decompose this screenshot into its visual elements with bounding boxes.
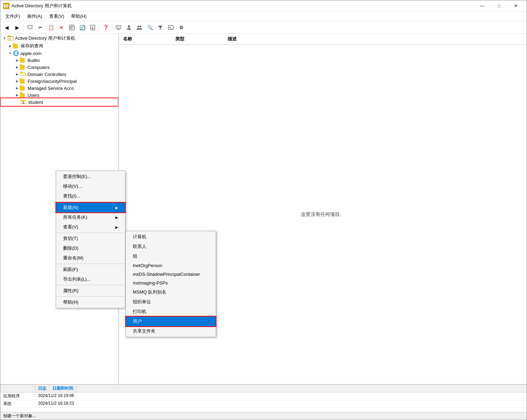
log-cell-1-type: 应用程序	[0, 392, 35, 400]
user-button[interactable]	[124, 23, 134, 32]
cut-button[interactable]: ✂	[36, 23, 45, 32]
sep-1	[56, 202, 125, 202]
ctx-delegate[interactable]: 委派控制(E)...	[56, 172, 125, 181]
tree-saved-queries[interactable]: ▶ 保存的查询	[0, 42, 118, 50]
ctx-help[interactable]: 帮助(H)	[56, 297, 125, 307]
svg-rect-23	[8, 36, 10, 37]
student-expander[interactable]	[15, 99, 21, 105]
ctx-all-tasks[interactable]: 所有任务(K) ▶	[56, 212, 125, 222]
submenu-user[interactable]: 用户	[126, 317, 216, 326]
log-row-1: 应用程序 2024/11/2 16:19:06	[0, 392, 527, 400]
dc-expander[interactable]: ▶	[14, 71, 20, 77]
users-expander[interactable]: ▶	[14, 92, 20, 98]
tree-root[interactable]: ▼ AD Active Directory 用户和计算机	[0, 34, 118, 42]
back-button[interactable]: ◀	[2, 23, 12, 32]
submenu-msds-shadow[interactable]: msDS-ShadowPrincipalContainer	[126, 270, 216, 279]
minimize-button[interactable]: —	[474, 0, 490, 11]
log-cell-2-dt: 2024/11/2 16:18:23	[35, 400, 77, 407]
properties-button[interactable]	[67, 23, 77, 32]
query-button[interactable]	[166, 23, 176, 32]
svg-point-20	[169, 27, 171, 28]
ctx-properties[interactable]: 属性(R)	[56, 286, 125, 296]
menu-view[interactable]: 查看(V)	[46, 12, 68, 21]
fsp-icon	[20, 78, 26, 84]
tree-users[interactable]: ▶ Users	[0, 92, 118, 99]
student-icon	[21, 99, 27, 105]
sep1	[23, 24, 24, 31]
col-name[interactable]: 名称	[120, 34, 173, 44]
ctx-rename[interactable]: 重命名(M)	[56, 253, 125, 263]
menu-file[interactable]: 文件(F)	[2, 12, 24, 21]
ctx-delete[interactable]: 删除(D)	[56, 243, 125, 253]
saved-expander[interactable]: ▶	[7, 43, 13, 49]
ctx-export-list[interactable]: 导出列表(L)...	[56, 274, 125, 284]
col-type[interactable]: 类型	[173, 34, 225, 44]
svg-rect-30	[21, 72, 22, 73]
submenu-ou[interactable]: 组织单位	[126, 297, 216, 307]
submenu-inetorg[interactable]: InetOrgPerson	[126, 261, 216, 270]
close-button[interactable]: ✕	[508, 0, 524, 11]
ctx-view[interactable]: 查看(V) ▶	[56, 222, 125, 232]
fsp-expander[interactable]: ▶	[14, 78, 20, 84]
ctx-cut[interactable]: 剪切(T)	[56, 234, 125, 243]
submenu-msimaging[interactable]: msImaging-PSPs	[126, 279, 216, 287]
submenu-msmq[interactable]: MSMQ 队列别名	[126, 287, 216, 297]
group-button[interactable]	[135, 23, 144, 32]
refresh-button[interactable]: 🔄	[77, 23, 87, 32]
computers-expander[interactable]: ▶	[14, 64, 20, 70]
svg-rect-1	[4, 3, 6, 4]
svg-line-21	[171, 28, 172, 29]
help-button[interactable]: ❓	[101, 23, 110, 32]
find-button[interactable]: 🔍	[145, 23, 155, 32]
submenu-contact[interactable]: 联系人	[126, 242, 216, 251]
up-button[interactable]	[25, 23, 35, 32]
new-arrow: ▶	[115, 206, 118, 210]
tree-computers[interactable]: ▶ Computers	[0, 64, 118, 71]
toolbar: ◀ ▶ ✂ 📋 ✕ 🔄 ❓ 🔍	[0, 21, 527, 34]
status-text: 创建一个新对象...	[3, 413, 36, 419]
submenu-printer[interactable]: 打印机	[126, 307, 216, 317]
menu-action[interactable]: 操作(A)	[24, 12, 46, 21]
svg-rect-5	[28, 28, 32, 29]
submenu: 计算机 联系人 组 InetOrgPerson msDS-ShadowPrinc…	[125, 231, 216, 337]
copy-button[interactable]: 📋	[46, 23, 56, 32]
all-tasks-arrow: ▶	[115, 216, 118, 219]
ctx-move[interactable]: 移动(V)...	[56, 181, 125, 191]
student-label: student	[28, 100, 43, 105]
tree-domain[interactable]: ▼ apple.com	[0, 50, 118, 57]
maximize-button[interactable]: □	[491, 0, 507, 11]
column-headers: 名称 类型 描述	[119, 34, 527, 45]
root-expander[interactable]: ▼	[2, 36, 7, 41]
computer-button[interactable]	[114, 23, 123, 32]
settings-button[interactable]: ⚙	[176, 23, 186, 32]
ctx-refresh[interactable]: 刷新(F)	[56, 265, 125, 274]
svg-rect-9	[70, 28, 72, 29]
tree-managed-service[interactable]: ▶ Managed Service Acco	[0, 85, 118, 92]
export-button[interactable]	[88, 23, 98, 32]
domain-label: apple.com	[21, 51, 41, 56]
submenu-group[interactable]: 组	[126, 251, 216, 261]
col-description[interactable]: 描述	[225, 34, 329, 44]
tree-builtin[interactable]: ▶ Builtin	[0, 57, 118, 64]
ctx-find[interactable]: 查找(I)...	[56, 191, 125, 201]
submenu-shared-folder[interactable]: 共享文件夹	[126, 326, 216, 336]
ctx-new[interactable]: 新建(N) ▶	[56, 203, 125, 212]
builtin-expander[interactable]: ▶	[14, 57, 20, 63]
tree-student[interactable]: student	[1, 99, 117, 106]
svg-rect-31	[21, 73, 25, 76]
log-col-type	[0, 385, 35, 392]
saved-label: 保存的查询	[21, 43, 43, 49]
tree-foreign-security[interactable]: ▶ ForeignSecurityPrincipal	[0, 78, 118, 85]
msa-expander[interactable]: ▶	[14, 85, 20, 91]
log-col-datetime: 日志	[35, 385, 49, 392]
context-menu: 委派控制(E)... 移动(V)... 查找(I)... 新建(N) ▶ 所有任…	[56, 171, 125, 308]
filter-button[interactable]	[155, 23, 165, 32]
svg-rect-33	[21, 100, 22, 101]
menu-help[interactable]: 帮助(H)	[68, 12, 90, 21]
delete-button[interactable]: ✕	[56, 23, 66, 32]
tree-domain-controllers[interactable]: ▶ Domain Controllers	[0, 71, 118, 78]
log-area: 日志 日期和时间 应用程序 2024/11/2 16:19:06 系统 2024…	[0, 384, 527, 412]
domain-expander[interactable]: ▼	[7, 50, 13, 56]
submenu-computer[interactable]: 计算机	[126, 232, 216, 242]
forward-button[interactable]: ▶	[12, 23, 22, 32]
